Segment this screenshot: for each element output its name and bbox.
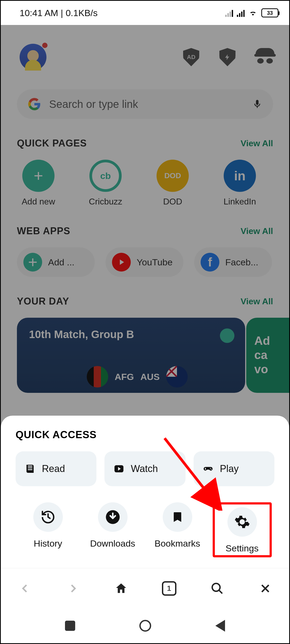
nav-close-button[interactable] — [257, 580, 273, 597]
ad-shield-icon: AD — [187, 54, 195, 61]
settings-icon — [227, 507, 257, 537]
nav-tabs-button[interactable]: 1 — [161, 580, 177, 597]
read-icon — [25, 463, 35, 474]
status-bar: 10:41 AM | 0.1KB/s 33 — [1, 1, 289, 25]
sys-recent-button[interactable] — [65, 621, 75, 631]
quick-page-cricbuzz[interactable]: cb Cricbuzz — [84, 160, 127, 207]
team2: AUS — [140, 372, 160, 382]
quick-pages-title: QUICK PAGES — [17, 138, 87, 149]
watch-icon — [114, 463, 124, 474]
your-day-card-match[interactable]: 10th Match, Group B AFG AUS — [17, 318, 245, 393]
nav-home-button[interactable] — [113, 580, 129, 597]
profile-avatar[interactable] — [20, 44, 46, 71]
downloads-icon — [98, 502, 128, 532]
tab-count: 1 — [167, 584, 171, 593]
power-shield-button[interactable] — [219, 48, 235, 66]
plus-icon: + — [34, 168, 43, 184]
adblock-button[interactable]: AD — [183, 48, 199, 66]
dod-icon: DOD — [164, 171, 181, 180]
quick-access-sheet: QUICK ACCESS Read Watch Play History — [1, 416, 289, 568]
web-apps-title: WEB APPS — [17, 225, 70, 237]
mic-icon[interactable] — [252, 98, 262, 111]
cricbuzz-icon: cb — [100, 171, 111, 181]
nav-forward-button[interactable] — [65, 580, 81, 597]
incognito-button[interactable] — [256, 48, 274, 64]
quick-access-title: QUICK ACCESS — [16, 429, 274, 441]
web-apps-view-all[interactable]: View All — [241, 226, 273, 236]
flag-aus-icon — [166, 366, 188, 387]
signal-2-icon — [237, 9, 245, 17]
your-day-card-2[interactable]: Ad ca vo — [246, 318, 290, 393]
qa-bookmarks[interactable]: Bookmarks — [148, 502, 207, 557]
status-time: 10:41 AM | 0.1KB/s — [20, 8, 97, 18]
card-badge-icon — [220, 328, 234, 343]
web-app-add[interactable]: + Add ... — [17, 247, 95, 277]
qa-play[interactable]: Play — [194, 451, 274, 486]
signal-1-icon — [225, 9, 233, 17]
quick-page-linkedin[interactable]: in LinkedIn — [218, 160, 261, 207]
browser-bottom-bar: 1 — [1, 568, 289, 608]
youtube-icon — [112, 253, 131, 272]
qa-watch[interactable]: Watch — [104, 451, 185, 486]
quick-pages-view-all[interactable]: View All — [241, 138, 273, 148]
svg-point-3 — [212, 583, 220, 591]
qa-history[interactable]: History — [19, 502, 78, 557]
bookmarks-icon — [163, 502, 192, 532]
quick-page-add[interactable]: + Add new — [17, 160, 60, 207]
qa-settings[interactable]: Settings — [213, 502, 272, 557]
match-title: 10th Match, Group B — [29, 328, 233, 341]
plus-icon: + — [28, 254, 37, 270]
status-right: 33 — [225, 8, 278, 17]
qa-read[interactable]: Read — [16, 451, 96, 486]
google-logo-icon — [28, 97, 41, 111]
facebook-icon: f — [201, 253, 219, 272]
web-app-facebook[interactable]: f Faceb... — [194, 247, 272, 277]
team1: AFG — [115, 372, 134, 382]
qa-downloads[interactable]: Downloads — [83, 502, 142, 557]
linkedin-icon: in — [234, 169, 246, 183]
battery-icon: 33 — [261, 8, 278, 17]
play-icon — [203, 463, 213, 474]
nav-back-button[interactable] — [17, 580, 33, 597]
history-icon — [33, 502, 63, 532]
bolt-icon — [224, 53, 231, 62]
flag-afg-icon — [87, 366, 108, 387]
your-day-view-all[interactable]: View All — [241, 297, 273, 306]
your-day-title: YOUR DAY — [17, 296, 69, 307]
wifi-icon — [248, 9, 258, 17]
sys-back-button[interactable] — [215, 620, 225, 632]
web-app-youtube[interactable]: YouTube — [106, 247, 183, 277]
notification-dot-icon — [42, 43, 48, 48]
search-bar[interactable]: Search or type link — [17, 89, 273, 119]
system-nav-bar — [1, 608, 289, 643]
search-placeholder: Search or type link — [49, 98, 244, 110]
sys-home-button[interactable] — [139, 620, 151, 632]
nav-search-button[interactable] — [209, 580, 225, 597]
quick-page-dod[interactable]: DOD DOD — [151, 160, 194, 207]
